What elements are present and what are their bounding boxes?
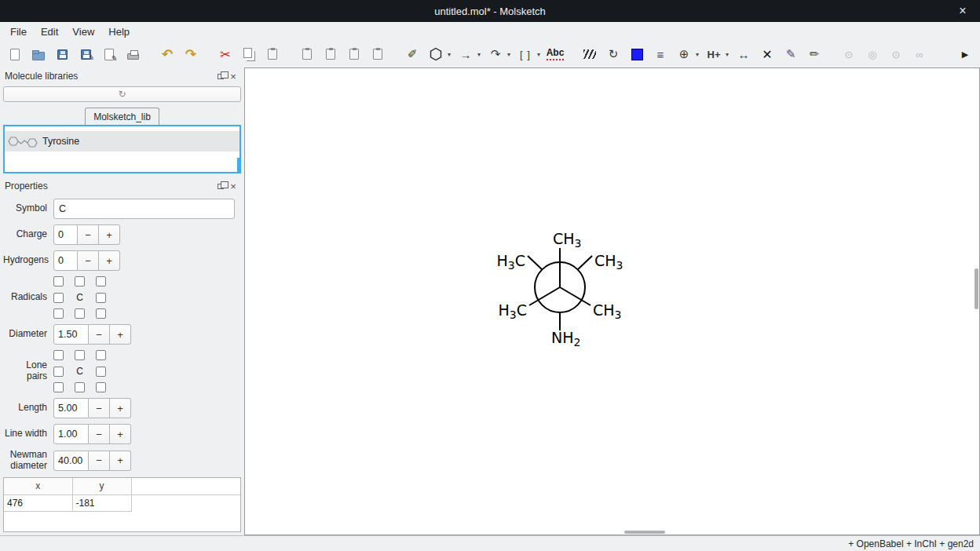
newman-projection[interactable]: CH3 H3C CH3 H3C CH3 NH2 (470, 220, 650, 361)
newman-diameter-decrement-button[interactable]: − (89, 451, 110, 471)
dropdown-arrow-icon[interactable]: ▾ (535, 44, 543, 64)
text-tool-button[interactable]: Abc (546, 44, 565, 64)
dropdown-arrow-icon[interactable]: ▾ (693, 44, 701, 64)
delete-tool-button[interactable]: ✕ (758, 44, 777, 64)
library-list[interactable]: Tyrosine (3, 125, 241, 173)
clipboard-tool-2-button[interactable] (321, 44, 340, 64)
dropdown-arrow-icon[interactable]: ▾ (505, 44, 513, 64)
title-bar[interactable]: untitled.mol* - Molsketch × (0, 0, 980, 22)
length-input[interactable] (53, 398, 89, 418)
line-width-increment-button[interactable]: + (110, 424, 131, 444)
charge-tool-button[interactable]: ⊕ (675, 44, 693, 64)
atom-label-lower-right[interactable]: CH3 (593, 301, 621, 321)
molecule-tool-2-button[interactable]: ◎ (863, 44, 882, 64)
radical-checkbox[interactable] (75, 308, 85, 319)
refresh-library-button[interactable]: ↻ (3, 86, 241, 102)
atom-label-top[interactable]: CH3 (553, 230, 581, 250)
line-width-button[interactable]: ≡ (651, 44, 670, 64)
dropdown-arrow-icon[interactable]: ▾ (445, 44, 453, 64)
radical-checkbox[interactable] (96, 293, 106, 303)
radical-checkbox[interactable] (53, 308, 64, 319)
clipboard-tool-4-button[interactable] (368, 44, 387, 64)
charge-decrement-button[interactable]: − (78, 224, 99, 245)
dropdown-arrow-icon[interactable]: ▾ (723, 44, 731, 64)
paste-button[interactable] (263, 44, 282, 64)
new-document-button[interactable] (5, 44, 24, 64)
radical-checkbox[interactable] (53, 276, 64, 286)
radical-checkbox[interactable] (53, 293, 64, 303)
close-panel-button[interactable]: × (227, 71, 240, 82)
diameter-decrement-button[interactable]: − (89, 324, 110, 345)
draw-bond-button[interactable]: ✐ (403, 44, 422, 64)
menu-help[interactable]: Help (101, 24, 137, 39)
open-folder-button[interactable] (29, 44, 48, 64)
horizontal-scrollbar[interactable] (624, 531, 665, 534)
float-panel-button[interactable] (214, 181, 227, 192)
color-swatch-button[interactable] (627, 44, 646, 64)
rotate-tool-button[interactable]: ↻ (604, 44, 623, 64)
cut-button[interactable]: ✂ (216, 44, 235, 64)
charge-input[interactable] (53, 224, 78, 245)
length-increment-button[interactable]: + (110, 398, 131, 418)
lone-pair-checkbox[interactable] (96, 382, 106, 392)
atom-label-lower-left[interactable]: H3C (499, 301, 528, 321)
molecule-tool-3-button[interactable]: ⊙ (887, 44, 905, 64)
menu-view[interactable]: View (65, 24, 101, 39)
line-width-input[interactable] (53, 424, 89, 444)
save-button[interactable] (53, 44, 71, 64)
diameter-input[interactable] (53, 324, 89, 345)
lone-pair-checkbox[interactable] (53, 382, 64, 392)
list-item-tyrosine[interactable]: Tyrosine (5, 131, 240, 151)
export-button[interactable]: ✎ (100, 44, 119, 64)
lone-pair-checkbox[interactable] (53, 350, 64, 360)
newman-diameter-input[interactable] (53, 451, 89, 471)
hydrogens-decrement-button[interactable]: − (78, 250, 99, 271)
coordinate-y-cell[interactable]: -181 (72, 495, 131, 512)
dropdown-arrow-icon[interactable]: ▾ (475, 44, 483, 64)
hydrogens-input[interactable] (53, 250, 78, 271)
reaction-arrow-button[interactable]: → (456, 44, 475, 64)
ring-tool-button[interactable] (426, 44, 445, 64)
coordinate-x-cell[interactable]: 476 (4, 495, 72, 512)
lone-pair-checkbox[interactable] (96, 367, 106, 377)
redo-button[interactable]: ↷ (181, 44, 200, 64)
lone-pair-checkbox[interactable] (75, 382, 85, 392)
undo-button[interactable]: ↶ (158, 44, 177, 64)
molecule-tool-1-button[interactable]: ⊙ (839, 44, 858, 64)
lone-pair-checkbox[interactable] (96, 350, 106, 360)
newman-diameter-increment-button[interactable]: + (110, 451, 131, 471)
clipboard-tool-3-button[interactable] (345, 44, 364, 64)
print-button[interactable] (123, 44, 142, 64)
hydrogen-tool-button[interactable]: H+ (704, 44, 723, 64)
mechanism-arrow-button[interactable]: ↷ (486, 44, 505, 64)
float-panel-button[interactable] (214, 71, 227, 82)
clipboard-tool-1-button[interactable] (298, 44, 316, 64)
charge-increment-button[interactable]: + (99, 224, 120, 245)
molecule-tool-4-button[interactable]: ∞ (910, 44, 929, 64)
tab-molsketch-lib[interactable]: Molsketch_lib (85, 108, 159, 125)
vertical-scrollbar[interactable] (975, 268, 978, 309)
radical-checkbox[interactable] (96, 276, 106, 286)
pencil-tool-2-button[interactable]: ✏ (805, 44, 824, 64)
diameter-increment-button[interactable]: + (110, 324, 131, 345)
copy-button[interactable] (240, 44, 258, 64)
horizontal-arrow-button[interactable]: ↔ (734, 44, 753, 64)
atom-label-upper-right[interactable]: CH3 (594, 252, 623, 272)
pencil-tool-1-button[interactable]: ✎ (781, 44, 800, 64)
close-panel-button[interactable]: × (227, 181, 240, 192)
toolbar-overflow-button[interactable]: ▶ (956, 44, 975, 64)
window-close-button[interactable]: × (952, 0, 974, 22)
library-scrollbar[interactable] (237, 158, 240, 172)
length-decrement-button[interactable]: − (89, 398, 110, 418)
menu-file[interactable]: File (3, 24, 34, 39)
hydrogens-increment-button[interactable]: + (99, 250, 120, 271)
lone-pair-checkbox[interactable] (75, 350, 85, 360)
bracket-tool-button[interactable]: [ ] (516, 44, 535, 64)
menu-edit[interactable]: Edit (34, 24, 65, 39)
lone-pair-checkbox[interactable] (53, 367, 64, 377)
atom-label-bottom[interactable]: NH2 (551, 329, 580, 348)
save-as-button[interactable]: ✎ (76, 44, 95, 64)
radical-checkbox[interactable] (96, 308, 106, 319)
line-width-decrement-button[interactable]: − (89, 424, 110, 444)
atom-label-upper-left[interactable]: H3C (497, 252, 526, 272)
